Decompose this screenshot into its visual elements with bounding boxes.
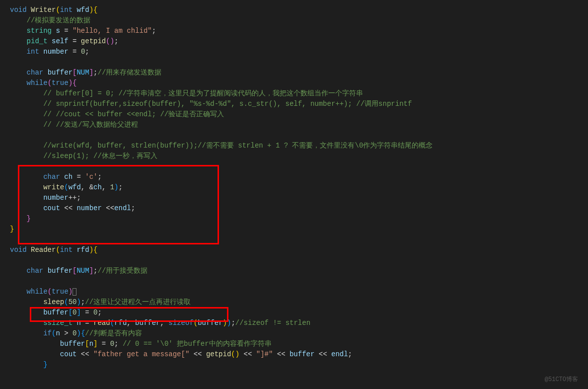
code-line: } xyxy=(10,214,578,224)
code-line: if(n > 0){//判断是否有内容 xyxy=(10,328,578,339)
code-line: number++; xyxy=(10,193,578,203)
code-line: string s = "hello, I am chlid"; xyxy=(10,26,578,36)
code-line: // snprintf(buffer,sizeof(buffer), "%s-%… xyxy=(10,99,578,109)
code-line: } xyxy=(10,224,578,234)
code-line xyxy=(10,57,578,68)
watermark: @51CTO博客 xyxy=(545,375,578,384)
code-line: //sleep(1); //休息一秒，再写入 xyxy=(10,151,578,161)
code-line xyxy=(10,130,578,141)
code-line: //模拟要发送的数据 xyxy=(10,15,578,26)
code-line: cout << number <<endl; xyxy=(10,203,578,214)
code-line: while(true) xyxy=(10,287,578,297)
code-line: void Writer(int wfd){ xyxy=(10,5,578,15)
code-line: // buffer[0] = 0; //字符串清空，这里只是为了提醒阅读代码的人… xyxy=(10,88,578,99)
code-line: cout << "father get a message[" << getpi… xyxy=(10,349,578,360)
code-line: // //cout << buffer <<endl; //验证是否正确写入 xyxy=(10,109,578,120)
code-line xyxy=(10,161,578,172)
code-line: //write(wfd, buffer, strlen(buffer));//需… xyxy=(10,141,578,151)
code-line: ssize_t n = read(rfd, buffer, sizeof(buf… xyxy=(10,318,578,328)
code-line xyxy=(10,276,578,287)
code-line: // //发送/写入数据给父进程 xyxy=(10,120,578,130)
code-editor[interactable]: void Writer(int wfd){ //模拟要发送的数据 string … xyxy=(10,5,578,370)
code-line: while(true){ xyxy=(10,78,578,88)
code-line: char buffer[NUM];//用来存储发送数据 xyxy=(10,68,578,78)
code-line: sleep(50);//这里让父进程久一点再进行读取 xyxy=(10,297,578,308)
code-line: void Reader(int rfd){ xyxy=(10,245,578,255)
code-line: pid_t self = getpid(); xyxy=(10,36,578,47)
code-line: buffer[n] = 0; // 0 == '\0' 把buffer中的内容看… xyxy=(10,339,578,349)
code-line: char ch = 'c'; xyxy=(10,172,578,182)
code-line: write(wfd, &ch, 1); xyxy=(10,182,578,193)
code-line: } xyxy=(10,360,578,370)
cursor-indicator xyxy=(73,288,76,296)
code-line xyxy=(10,255,578,266)
code-line: int number = 0; xyxy=(10,47,578,57)
code-line: char buffer[NUM];//用于接受数据 xyxy=(10,266,578,276)
code-line: buffer[0] = 0; xyxy=(10,308,578,318)
code-line xyxy=(10,234,578,245)
